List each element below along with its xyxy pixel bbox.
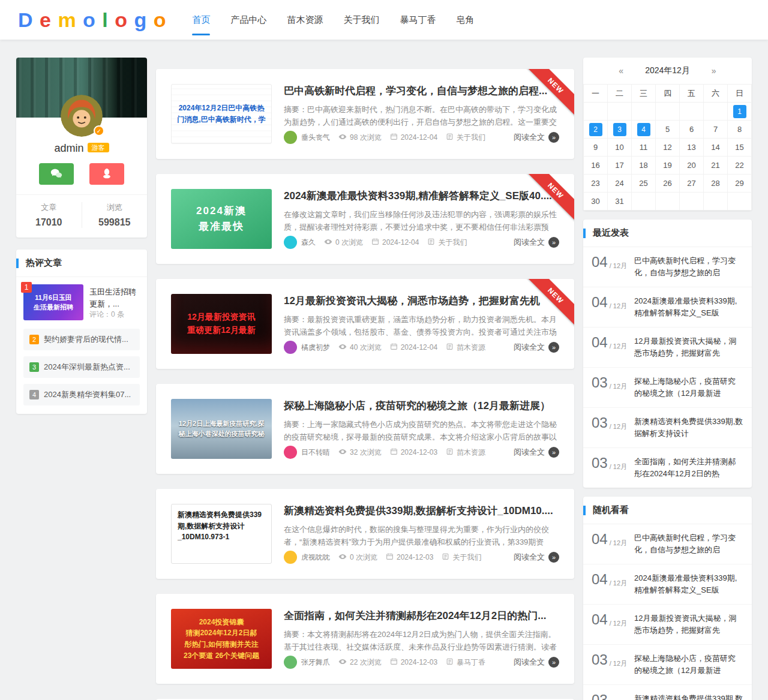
calendar-day[interactable] [608,103,631,120]
calendar-day[interactable] [632,193,655,210]
random-post-item[interactable]: 03 / 12月 探秘上海隐秘小店，疫苗研究的秘境之旅（12月最新进 [583,644,752,684]
category-name[interactable]: 苗木资源 [457,447,485,458]
calendar-day[interactable]: 9 [584,139,607,156]
read-more-link[interactable]: 阅读全文 » [514,342,559,353]
recent-post-item[interactable]: 03 / 12月 全面指南，如何关注并猜测郝彤在2024年12月2日的热 [583,447,752,488]
article-thumbnail[interactable]: 12月最新投资资讯 重磅更新12月最新 [171,294,272,354]
article-title[interactable]: 巴中高铁新时代启程，学习变化，自信与梦想之旅的启程... [284,84,559,98]
read-more-link[interactable]: 阅读全文 » [514,552,559,563]
nav-item[interactable]: 苗木资源 [277,0,333,40]
author-name[interactable]: 张牙舞爪 [301,657,330,668]
recent-post-item[interactable]: 04 / 12月 巴中高铁新时代启程，学习变化，自信与梦想之旅的启 [583,247,752,287]
calendar-day[interactable]: 19 [656,157,679,174]
calendar-day[interactable] [656,193,679,210]
calendar-day[interactable]: 8 [728,121,751,138]
nav-item[interactable]: 产品中心 [220,0,277,40]
author-name[interactable]: 森久 [301,238,316,248]
calendar-day[interactable]: 20 [680,157,703,174]
wechat-button[interactable] [39,163,74,185]
read-more-link[interactable]: 阅读全文 » [514,657,559,668]
site-logo[interactable]: D e m o l o g o [18,8,166,32]
calendar-day[interactable]: 29 [728,175,751,192]
calendar-day-number: 22 [735,161,743,170]
category-name[interactable]: 关于我们 [452,552,481,563]
author-name[interactable]: 垂头丧气 [301,133,330,143]
category-name[interactable]: 苗木资源 [457,343,485,353]
calendar-day[interactable]: 18 [632,157,655,174]
nav-item[interactable]: 关于我们 [333,0,389,40]
calendar-day[interactable]: 13 [680,139,703,156]
category-name[interactable]: 关于我们 [457,133,485,143]
calendar-next-button[interactable]: » [712,66,716,76]
calendar-day[interactable]: 28 [704,175,727,192]
calendar-day[interactable]: 3 [608,121,631,138]
calendar-day[interactable]: 24 [608,175,631,192]
article-thumbnail[interactable]: 新澳精选资料免费提供339 期,数据解析支持设计 _10DM10.973-1 [171,504,272,564]
calendar-day[interactable]: 26 [656,175,679,192]
random-post-item[interactable]: 04 / 12月 12月最新投资资讯大揭秘，洞悉市场趋势，把握财富先 [583,604,752,644]
calendar-day[interactable] [632,103,655,120]
random-post-item[interactable]: 04 / 12月 2024新澳最准最快资料339期,精准解答解释定义_SE版 [583,564,752,604]
hot-article-featured[interactable]: 1 11月6日玉田 生活最新招聘 玉田生活招聘更新，... 评论：0 条 [16,277,147,329]
article-thumbnail[interactable]: 12月2日上海最新疫苗研究,探 秘上海小巷深处的疫苗研究秘 [171,399,272,459]
article-title[interactable]: 12月最新投资资讯大揭秘，洞悉市场趋势，把握财富先机 [284,294,559,308]
article-thumbnail[interactable]: 2024投资锦囊 猜测2024年12月2日郝 彤热门,如何猜测并关注 23个要道… [171,609,272,669]
hot-article-item[interactable]: 2 契约娇妻背后的现代情... [23,329,140,350]
random-post-item[interactable]: 03 / 12月 新澳精选资料免费提供339期,数据解析支持设计 [583,684,752,700]
read-more-link[interactable]: 阅读全文 » [514,447,559,458]
article-title[interactable]: 全面指南，如何关注并猜测郝彤在2024年12月2日的热门... [284,609,559,623]
calendar-day[interactable]: 25 [632,175,655,192]
random-post-item[interactable]: 04 / 12月 巴中高铁新时代启程，学习变化，自信与梦想之旅的启 [583,524,752,564]
calendar-day[interactable]: 4 [632,121,655,138]
calendar-day[interactable] [584,103,607,120]
calendar-day[interactable] [704,103,727,120]
calendar-day[interactable]: 22 [728,157,751,174]
calendar-day[interactable]: 7 [704,121,727,138]
recent-post-item[interactable]: 03 / 12月 新澳精选资料免费提供339期,数据解析支持设计 [583,407,752,447]
calendar-day[interactable]: 16 [584,157,607,174]
nav-item[interactable]: 首页 [182,0,220,40]
recent-post-item[interactable]: 04 / 12月 12月最新投资资讯大揭秘，洞悉市场趋势，把握财富先 [583,327,752,367]
profile-avatar[interactable]: ✓ [61,95,103,137]
recent-post-item[interactable]: 04 / 12月 2024新澳最准最快资料339期,精准解答解释定义_SE版 [583,287,752,327]
calendar-day[interactable]: 31 [608,193,631,210]
author-name[interactable]: 虎视眈眈 [301,552,330,563]
category-name[interactable]: 暴马丁香 [457,657,485,668]
calendar-day[interactable]: 21 [704,157,727,174]
calendar-day[interactable]: 17 [608,157,631,174]
calendar-day[interactable] [680,193,703,210]
hot-article-item[interactable]: 4 2024新奥精华资料集07... [23,384,140,405]
calendar-day[interactable]: 15 [728,139,751,156]
calendar-day[interactable]: 12 [656,139,679,156]
calendar-day[interactable]: 2 [584,121,607,138]
article-title[interactable]: 新澳精选资料免费提供339期,数据解析支持设计_10DM10.... [284,504,559,518]
calendar-day[interactable]: 23 [584,175,607,192]
hot-article-item[interactable]: 3 2024年深圳最新热点资... [23,356,140,378]
qq-button[interactable] [89,163,124,185]
calendar-day[interactable]: 1 [728,103,751,120]
calendar-day[interactable]: 10 [608,139,631,156]
calendar-day[interactable] [728,193,751,210]
category-name[interactable]: 关于我们 [438,238,467,248]
calendar-day[interactable]: 14 [704,139,727,156]
author-name[interactable]: 橘虞初梦 [301,343,330,353]
calendar-day[interactable]: 11 [632,139,655,156]
calendar-day[interactable]: 6 [680,121,703,138]
calendar-day[interactable]: 27 [680,175,703,192]
calendar-day[interactable] [656,103,679,120]
nav-item[interactable]: 皂角 [446,0,484,40]
calendar-day[interactable]: 30 [584,193,607,210]
read-more-link[interactable]: 阅读全文 » [514,237,559,248]
article-thumbnail[interactable]: 2024年12月2日巴中高铁热 门消息,巴中高铁新时代，学 [171,84,272,144]
calendar-day[interactable]: 5 [656,121,679,138]
author-name[interactable]: 目不转睛 [301,447,330,458]
calendar-day[interactable] [680,103,703,120]
calendar-day[interactable] [704,193,727,210]
recent-post-item[interactable]: 03 / 12月 探秘上海隐秘小店，疫苗研究的秘境之旅（12月最新进 [583,367,752,407]
article-title[interactable]: 2024新澳最准最快资料339期,精准解答解释定义_SE版40.... [284,189,559,203]
calendar-prev-button[interactable]: « [619,66,623,76]
article-title[interactable]: 探秘上海隐秘小店，疫苗研究的秘境之旅（12月最新进展） [284,399,559,413]
nav-item[interactable]: 暴马丁香 [389,0,446,40]
article-thumbnail[interactable]: 2024新澳 最准最快 [171,189,272,249]
read-more-link[interactable]: 阅读全文 » [514,132,559,143]
